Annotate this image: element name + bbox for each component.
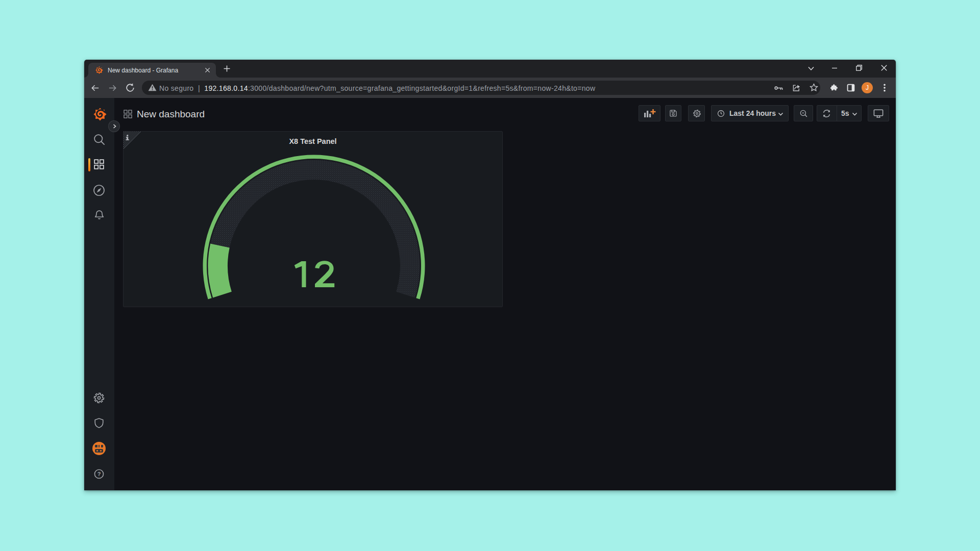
svg-text:?: ? <box>97 471 101 477</box>
